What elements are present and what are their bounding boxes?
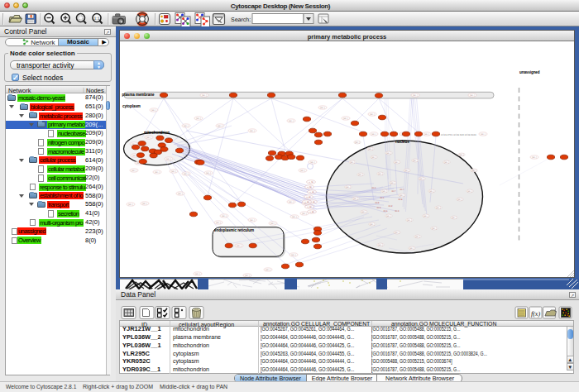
- svg-text:[lab..]: [lab..]: [470, 94, 475, 97]
- svg-text:[lab..]: [lab..]: [291, 254, 296, 256]
- svg-text:[lab..]: [lab..]: [407, 219, 412, 222]
- svg-text:[lab..]: [lab..]: [195, 273, 200, 275]
- svg-text:[lab..]: [lab..]: [196, 117, 201, 120]
- svg-text:[lab..]: [lab..]: [361, 211, 366, 213]
- svg-text:[lab..]: [lab..]: [151, 109, 156, 112]
- svg-text:[lab..]: [lab..]: [409, 247, 414, 250]
- svg-text:[lab..]: [lab..]: [270, 222, 275, 225]
- svg-text:x_48: x_48: [307, 206, 312, 208]
- svg-text:[lab..]: [lab..]: [184, 125, 189, 127]
- svg-text:0rf19.2761 0rf19.306 0rf19.3: 0rf19.2761 0rf19.306 0rf19.3041: [441, 133, 476, 136]
- svg-text:[lab..]: [lab..]: [436, 207, 441, 209]
- svg-text:lbl.5: lbl.5: [376, 202, 380, 204]
- svg-text:Search:: Search:: [231, 16, 251, 22]
- svg-text:[lab..]: [lab..]: [250, 130, 255, 132]
- svg-text:[lab..]: [lab..]: [371, 156, 376, 159]
- svg-text:lbl.0: lbl.0: [372, 187, 376, 189]
- svg-text:[lab..]: [lab..]: [532, 156, 537, 159]
- svg-text:lbl.9: lbl.9: [377, 207, 381, 209]
- svg-text:[lab..]: [lab..]: [358, 174, 363, 176]
- svg-text:1:1: 1:1: [94, 16, 100, 21]
- svg-text:[lab..]: [lab..]: [424, 133, 429, 136]
- svg-text:[lab..]: [lab..]: [155, 171, 160, 174]
- svg-text:[lab..]: [lab..]: [292, 216, 297, 218]
- svg-text:lbl.1: lbl.1: [380, 197, 385, 199]
- svg-text:[lab..]: [lab..]: [400, 194, 404, 197]
- svg-text:[lab..]: [lab..]: [459, 154, 464, 156]
- svg-text:[lab..]: [lab..]: [355, 141, 360, 144]
- svg-text:[lab..]: [lab..]: [266, 269, 270, 271]
- svg-text:[lab..]: [lab..]: [386, 152, 391, 155]
- svg-text:[lab..]: [lab..]: [378, 173, 383, 175]
- svg-text:[lab..]: [lab..]: [457, 198, 462, 201]
- svg-text:[lab..]: [lab..]: [289, 120, 294, 122]
- svg-text:[lab..]: [lab..]: [310, 161, 315, 164]
- svg-text:[lab..]: [lab..]: [353, 198, 358, 200]
- svg-text:lbl.2: lbl.2: [389, 205, 393, 208]
- svg-text:[lab..]: [lab..]: [444, 161, 449, 164]
- svg-text:[lab..]: [lab..]: [146, 136, 151, 139]
- svg-text:[lab..]: [lab..]: [390, 182, 395, 184]
- svg-text:[lab..]: [lab..]: [467, 190, 472, 193]
- svg-text:[lab..]: [lab..]: [378, 244, 383, 246]
- svg-text:[lab..]: [lab..]: [413, 94, 418, 97]
- svg-text:[lab..]: [lab..]: [250, 219, 255, 222]
- svg-text:[lab..]: [lab..]: [320, 107, 325, 109]
- svg-text:[lab..]: [lab..]: [346, 186, 351, 189]
- svg-text:[lab..]: [lab..]: [371, 133, 376, 136]
- svg-text:lbl.3: lbl.3: [395, 210, 400, 213]
- svg-text:[lab..]: [lab..]: [395, 232, 400, 234]
- svg-text:[lab..]: [lab..]: [368, 148, 373, 151]
- svg-text:x_18: x_18: [309, 191, 314, 194]
- svg-text:[lab..]: [lab..]: [419, 178, 424, 180]
- svg-text:x_08: x_08: [307, 186, 312, 189]
- svg-text:[lab..]: [lab..]: [302, 213, 307, 215]
- svg-text:[lab..]: [lab..]: [481, 133, 486, 136]
- svg-text:[lab..]: [lab..]: [429, 190, 434, 193]
- svg-text:[lab..]: [lab..]: [218, 125, 223, 127]
- svg-text:[lab..]: [lab..]: [184, 173, 189, 175]
- svg-text:[lab..]: [lab..]: [300, 170, 305, 172]
- svg-text:[lab..]: [lab..]: [413, 160, 418, 162]
- svg-text:[lab..]: [lab..]: [471, 170, 476, 172]
- svg-text:[lab..]: [lab..]: [128, 203, 133, 206]
- svg-text:x_68: x_68: [304, 201, 309, 203]
- svg-text:[lab..]: [lab..]: [289, 201, 294, 203]
- svg-text:[lab..]: [lab..]: [178, 193, 183, 195]
- svg-text:[lab..]: [lab..]: [404, 170, 409, 172]
- svg-text:[lab..]: [lab..]: [423, 215, 428, 218]
- svg-text:[lab..]: [lab..]: [343, 117, 348, 120]
- svg-text:[lab..]: [lab..]: [237, 245, 242, 247]
- svg-text:lbl.4: lbl.4: [400, 189, 404, 191]
- svg-text:[lab..]: [lab..]: [370, 113, 375, 116]
- svg-text:[lab..]: [lab..]: [452, 217, 457, 219]
- svg-text:x_28: x_28: [306, 196, 311, 198]
- svg-text:[lab..]: [lab..]: [370, 223, 375, 226]
- svg-text:[lab..]: [lab..]: [132, 170, 136, 172]
- svg-text:lbl.8: lbl.8: [399, 198, 403, 201]
- svg-text:[lab..]: [lab..]: [350, 161, 355, 164]
- svg-text:[lab..]: [lab..]: [395, 161, 400, 164]
- svg-text:[lab..]: [lab..]: [382, 190, 387, 193]
- svg-text:lbl.6: lbl.6: [384, 210, 388, 213]
- svg-text:[lab..]: [lab..]: [171, 170, 176, 173]
- svg-text:[lab..]: [lab..]: [432, 227, 437, 230]
- svg-text:[lab..]: [lab..]: [222, 215, 227, 218]
- svg-text:x_58: x_58: [309, 211, 314, 213]
- svg-text:lbl.7: lbl.7: [392, 190, 396, 193]
- svg-text:[lab..]: [lab..]: [216, 222, 221, 224]
- svg-text:[lab..]: [lab..]: [206, 172, 211, 174]
- svg-text:[lab..]: [lab..]: [245, 275, 250, 277]
- svg-text:x_78: x_78: [309, 181, 313, 184]
- svg-text:[lab..]: [lab..]: [415, 236, 420, 238]
- svg-text:[lab..]: [lab..]: [166, 158, 171, 160]
- svg-text:[lab..]: [lab..]: [142, 203, 147, 205]
- svg-text:[lab..]: [lab..]: [202, 94, 207, 97]
- svg-text:[lab..]: [lab..]: [386, 215, 391, 218]
